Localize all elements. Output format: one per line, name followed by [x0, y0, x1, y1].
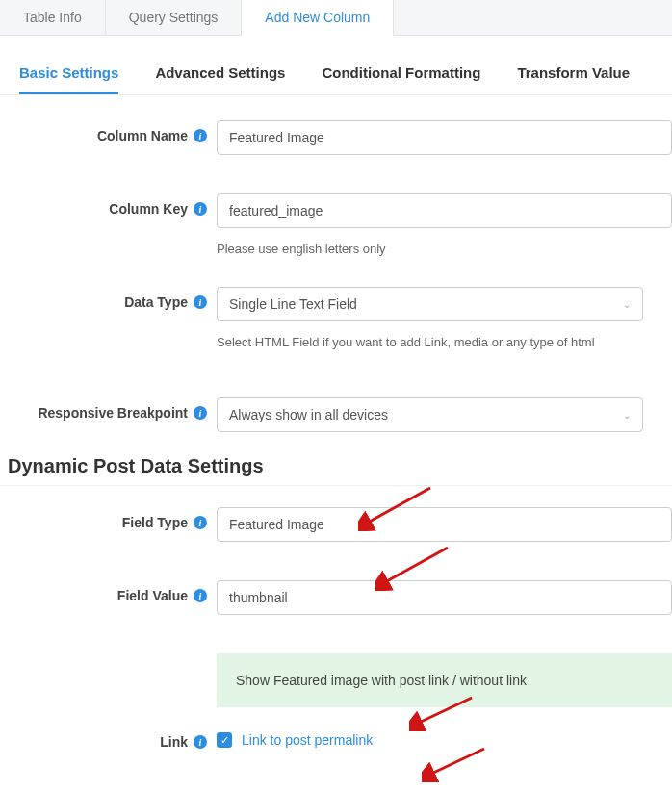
row-column-key: Column Key i Please use english letters … [0, 182, 672, 275]
top-tabs: Table Info Query Settings Add New Column [0, 0, 672, 36]
input-field-type[interactable] [217, 507, 672, 542]
label-column-key: Column Key i [109, 201, 207, 217]
chevron-down-icon: ⌄ [623, 410, 631, 421]
label-data-type-text: Data Type [124, 294, 188, 310]
info-icon[interactable]: i [194, 129, 207, 142]
info-icon[interactable]: i [194, 406, 207, 420]
chevron-down-icon: ⌄ [623, 299, 631, 310]
label-field-value-text: Field Value [117, 588, 188, 603]
select-data-type-value: Single Line Text Field [229, 296, 357, 312]
input-field-value[interactable] [217, 580, 672, 615]
label-field-type: Field Type i [122, 515, 207, 530]
input-column-name[interactable] [217, 120, 672, 155]
select-responsive-breakpoint-value: Always show in all devices [229, 407, 388, 422]
checkbox-link[interactable]: ✓ [217, 732, 232, 748]
sub-tabs: Basic Settings Advanced Settings Conditi… [0, 36, 672, 94]
select-data-type[interactable]: Single Line Text Field ⌄ [217, 287, 643, 321]
info-icon[interactable]: i [194, 295, 207, 309]
subtab-conditional-formatting[interactable]: Conditional Formatting [322, 64, 480, 94]
label-link: Link i [160, 734, 207, 750]
label-data-type: Data Type i [124, 294, 207, 310]
tab-query-settings[interactable]: Query Settings [106, 0, 243, 35]
tab-add-new-column[interactable]: Add New Column [242, 0, 394, 36]
info-icon[interactable]: i [194, 735, 207, 749]
info-icon[interactable]: i [194, 202, 207, 216]
checkbox-link-label[interactable]: Link to post permalink [242, 732, 373, 748]
row-open-new-tab: Open Link To New tab i ✓ Open link to ne… [0, 777, 672, 792]
row-column-name: Column Name i [0, 109, 672, 155]
subtab-divider [0, 94, 672, 95]
label-field-value: Field Value i [117, 588, 207, 603]
info-banner: Show Featured image with post link / wit… [217, 653, 672, 707]
subtab-basic-settings[interactable]: Basic Settings [19, 64, 118, 94]
row-data-type: Data Type i Single Line Text Field ⌄ Sel… [0, 275, 672, 369]
row-link: Link i ✓ Link to post permalink [0, 715, 672, 750]
help-column-key: Please use english letters only [217, 242, 672, 256]
tab-table-info[interactable]: Table Info [0, 0, 106, 35]
input-column-key[interactable] [217, 193, 672, 228]
label-column-name-text: Column Name [97, 128, 188, 143]
subtab-transform-value[interactable]: Transform Value [517, 64, 630, 94]
row-field-value: Field Value i Show Featured image with p… [0, 569, 672, 715]
label-responsive-breakpoint-text: Responsive Breakpoint [38, 405, 188, 421]
select-responsive-breakpoint[interactable]: Always show in all devices ⌄ [217, 397, 643, 432]
label-column-key-text: Column Key [109, 201, 188, 217]
label-column-name: Column Name i [97, 128, 207, 143]
label-responsive-breakpoint: Responsive Breakpoint i [38, 405, 207, 421]
row-field-type: Field Type i [0, 496, 672, 542]
section-divider [0, 485, 672, 486]
row-responsive-breakpoint: Responsive Breakpoint i Always show in a… [0, 386, 672, 432]
help-data-type: Select HTML Field if you want to add Lin… [217, 335, 643, 349]
info-icon[interactable]: i [194, 516, 207, 529]
label-link-text: Link [160, 734, 188, 750]
section-dynamic-post-data: Dynamic Post Data Settings [0, 432, 672, 485]
info-icon[interactable]: i [194, 589, 207, 602]
subtab-advanced-settings[interactable]: Advanced Settings [155, 64, 285, 94]
label-field-type-text: Field Type [122, 515, 188, 530]
